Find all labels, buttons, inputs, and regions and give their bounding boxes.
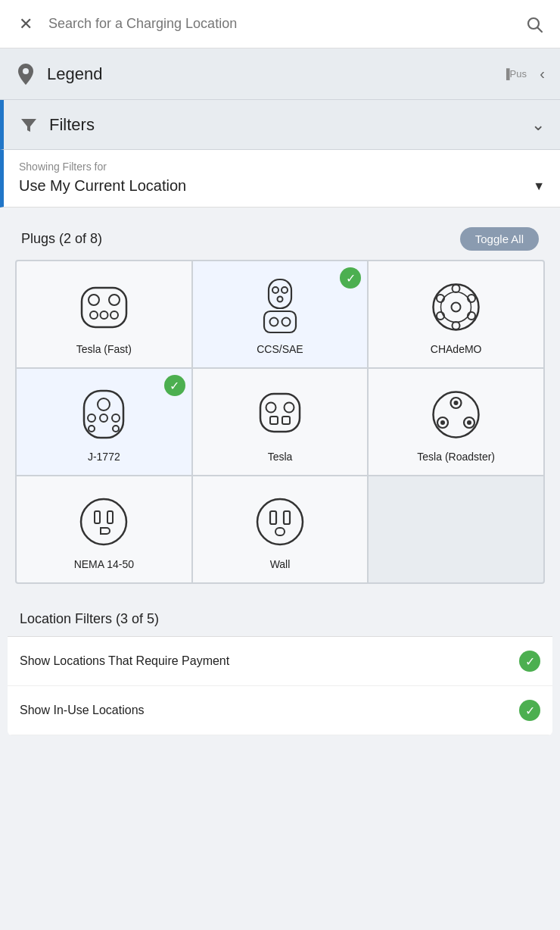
svg-point-26	[98, 398, 110, 410]
legend-chevron-icon[interactable]: ‹	[540, 65, 545, 83]
plug-wall[interactable]: Wall	[193, 476, 368, 582]
plug-grid: Tesla (Fast) ✓ CCS/SAE	[15, 260, 545, 584]
svg-point-5	[109, 295, 120, 305]
plugs-header: Plugs (2 of 8) Toggle All	[15, 215, 545, 260]
svg-point-18	[453, 285, 460, 292]
nema-14-50-label: NEMA 14-50	[74, 558, 134, 570]
chademo-icon	[426, 276, 487, 337]
svg-point-44	[81, 499, 126, 545]
svg-line-1	[538, 27, 543, 32]
funnel-icon	[19, 115, 39, 135]
svg-point-6	[90, 311, 98, 319]
ccs-sae-icon	[250, 276, 310, 337]
svg-point-16	[434, 284, 479, 329]
svg-point-21	[453, 322, 460, 329]
svg-point-34	[284, 402, 294, 412]
tesla-roadster-icon	[426, 384, 487, 445]
showing-filters-label: Showing Filters for	[19, 161, 545, 173]
location-dropdown-arrow: ▼	[533, 179, 545, 193]
svg-rect-9	[269, 279, 291, 308]
filters-title: Filters	[49, 115, 531, 135]
legend-plus-label: ▐Pus	[502, 68, 527, 80]
svg-point-8	[110, 311, 118, 319]
plug-tesla-roadster[interactable]: Tesla (Roadster)	[369, 369, 543, 475]
tesla-fast-icon	[73, 276, 134, 337]
j1772-icon	[73, 384, 134, 445]
svg-point-4	[89, 295, 99, 305]
filter-row-payment[interactable]: Show Locations That Require Payment ✓	[8, 637, 552, 686]
svg-rect-13	[264, 311, 296, 332]
location-filters-header: Location Filters (3 of 5)	[8, 599, 552, 637]
legend-row: Legend ▐Pus ‹	[0, 48, 560, 100]
svg-point-42	[467, 420, 471, 425]
svg-point-33	[266, 402, 275, 412]
svg-point-43	[440, 420, 445, 425]
svg-point-24	[452, 302, 461, 311]
svg-point-14	[269, 318, 278, 326]
svg-point-7	[100, 311, 107, 319]
svg-rect-49	[284, 511, 290, 524]
svg-point-12	[277, 297, 282, 302]
pin-icon	[15, 62, 36, 86]
tesla-roadster-label: Tesla (Roadster)	[417, 451, 495, 463]
svg-point-29	[112, 414, 120, 422]
svg-point-28	[100, 414, 107, 422]
plug-nema-14-50[interactable]: NEMA 14-50	[17, 476, 191, 582]
svg-point-37	[434, 392, 479, 437]
plug-j1772[interactable]: ✓ J-1772	[17, 369, 191, 475]
showing-filters-section: Showing Filters for Use My Current Locat…	[0, 150, 560, 208]
plug-empty	[369, 476, 543, 582]
svg-point-31	[113, 426, 119, 432]
filters-chevron-icon[interactable]: ⌄	[531, 115, 545, 135]
svg-point-27	[88, 414, 95, 422]
svg-rect-32	[260, 394, 300, 432]
filter-payment-check: ✓	[519, 651, 540, 672]
location-filters-section: Location Filters (3 of 5) Show Locations…	[8, 599, 552, 735]
plug-ccs-sae[interactable]: ✓ CCS/SAE	[193, 261, 368, 367]
ccs-sae-check: ✓	[340, 267, 361, 289]
filter-in-use-label: Show In-Use Locations	[20, 704, 145, 717]
filter-payment-label: Show Locations That Require Payment	[20, 654, 229, 668]
svg-point-30	[89, 426, 95, 432]
plug-chademo[interactable]: CHAdeMO	[369, 261, 543, 367]
svg-rect-45	[95, 511, 100, 523]
search-input[interactable]	[48, 16, 512, 32]
j1772-label: J-1772	[88, 451, 120, 463]
svg-rect-36	[282, 417, 290, 424]
svg-rect-50	[275, 528, 285, 535]
chademo-label: CHAdeMO	[431, 343, 482, 355]
tesla-fast-label: Tesla (Fast)	[76, 343, 132, 355]
svg-rect-48	[270, 511, 276, 524]
location-select-text: Use My Current Location	[19, 177, 186, 195]
search-bar: ✕	[0, 0, 560, 48]
tesla-icon	[250, 384, 310, 445]
svg-rect-3	[82, 288, 126, 327]
nema-14-50-icon	[73, 492, 134, 552]
svg-rect-46	[107, 511, 113, 523]
svg-point-17	[441, 292, 471, 322]
close-button[interactable]: ✕	[12, 11, 39, 38]
tesla-label: Tesla	[268, 451, 293, 463]
ccs-sae-label: CCS/SAE	[257, 343, 303, 355]
svg-point-47	[257, 499, 303, 545]
location-select-row[interactable]: Use My Current Location ▼	[19, 177, 545, 195]
svg-point-10	[272, 287, 278, 293]
svg-point-11	[282, 287, 288, 293]
filter-row-in-use[interactable]: Show In-Use Locations ✓	[8, 686, 552, 735]
filters-row: Filters ⌄	[0, 100, 560, 150]
toggle-all-button[interactable]: Toggle All	[460, 227, 539, 251]
filter-in-use-check: ✓	[519, 700, 540, 721]
plug-tesla[interactable]: Tesla	[193, 369, 368, 475]
wall-label: Wall	[270, 558, 291, 570]
svg-point-41	[454, 401, 459, 405]
legend-title: Legend	[47, 64, 102, 84]
search-icon[interactable]	[521, 11, 548, 38]
svg-rect-35	[270, 417, 278, 424]
plugs-title: Plugs (2 of 8)	[21, 231, 102, 247]
plugs-section: Plugs (2 of 8) Toggle All Tesla (Fast) ✓	[8, 215, 552, 591]
svg-point-2	[23, 68, 29, 74]
location-filters-title: Location Filters (3 of 5)	[20, 611, 159, 626]
plug-tesla-fast[interactable]: Tesla (Fast)	[17, 261, 191, 367]
wall-icon	[250, 492, 310, 552]
j1772-check: ✓	[164, 375, 185, 396]
